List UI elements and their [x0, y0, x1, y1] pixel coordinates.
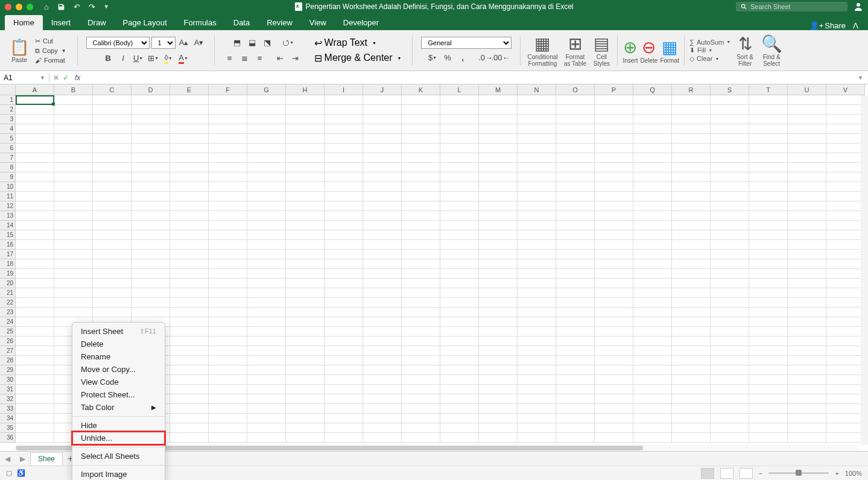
- cell[interactable]: [247, 317, 286, 327]
- cell[interactable]: [440, 404, 479, 414]
- cell[interactable]: [633, 375, 672, 385]
- cell[interactable]: [440, 144, 479, 153]
- cell[interactable]: [749, 105, 788, 115]
- cell[interactable]: [711, 240, 749, 250]
- row-header[interactable]: 16: [0, 240, 16, 250]
- cell[interactable]: [826, 385, 865, 394]
- cell[interactable]: [672, 163, 711, 172]
- cell[interactable]: [325, 115, 363, 124]
- cell[interactable]: [209, 172, 247, 182]
- row-header[interactable]: 3: [0, 115, 16, 124]
- cell[interactable]: [711, 394, 749, 404]
- cell[interactable]: [672, 308, 711, 317]
- cell[interactable]: [247, 163, 286, 172]
- cell[interactable]: [518, 201, 556, 211]
- cell[interactable]: [93, 144, 131, 153]
- cell[interactable]: [556, 105, 595, 115]
- cell[interactable]: [826, 308, 865, 317]
- cell[interactable]: [749, 115, 788, 124]
- row-header[interactable]: 6: [0, 144, 16, 153]
- row-header[interactable]: 30: [0, 375, 16, 385]
- wrap-text-button[interactable]: ↩Wrap Text▼: [312, 37, 379, 49]
- cell[interactable]: [363, 327, 402, 336]
- cell[interactable]: [16, 115, 54, 124]
- cell[interactable]: [54, 172, 93, 182]
- cell[interactable]: [286, 211, 325, 221]
- cell[interactable]: [54, 153, 93, 163]
- find-select-button[interactable]: 🔍 Find & Select: [759, 34, 784, 67]
- cell[interactable]: [93, 221, 131, 230]
- cell[interactable]: [131, 105, 170, 115]
- cell[interactable]: [826, 211, 865, 221]
- cell[interactable]: [479, 385, 518, 394]
- cell[interactable]: [440, 433, 479, 443]
- cell[interactable]: [479, 394, 518, 404]
- cell[interactable]: [247, 105, 286, 115]
- cell[interactable]: [479, 433, 518, 443]
- cell[interactable]: [54, 298, 93, 308]
- cell[interactable]: [247, 172, 286, 182]
- cell[interactable]: [479, 365, 518, 375]
- cell[interactable]: [518, 240, 556, 250]
- cell[interactable]: [595, 288, 633, 298]
- cell[interactable]: [209, 365, 247, 375]
- cell[interactable]: [247, 182, 286, 192]
- align-right-button[interactable]: ≡: [253, 52, 267, 65]
- cell[interactable]: [749, 230, 788, 240]
- cell[interactable]: [595, 124, 633, 134]
- row-header[interactable]: 15: [0, 230, 16, 240]
- cell[interactable]: [633, 221, 672, 230]
- cell[interactable]: [633, 414, 672, 423]
- cell[interactable]: [672, 404, 711, 414]
- cell[interactable]: [247, 134, 286, 144]
- cell[interactable]: [209, 308, 247, 317]
- cell[interactable]: [16, 356, 54, 365]
- cell[interactable]: [788, 346, 826, 356]
- cell[interactable]: [16, 240, 54, 250]
- cell[interactable]: [711, 211, 749, 221]
- cell[interactable]: [16, 221, 54, 230]
- decrease-decimal-button[interactable]: .00←: [494, 51, 507, 65]
- row-header[interactable]: 19: [0, 269, 16, 279]
- cell[interactable]: [440, 105, 479, 115]
- cell[interactable]: [518, 327, 556, 336]
- cell[interactable]: [518, 365, 556, 375]
- cell[interactable]: [518, 124, 556, 134]
- cell[interactable]: [788, 192, 826, 201]
- cell[interactable]: [672, 221, 711, 230]
- cell[interactable]: [826, 153, 865, 163]
- cell[interactable]: [595, 423, 633, 433]
- cell[interactable]: [209, 182, 247, 192]
- column-header[interactable]: F: [209, 84, 247, 95]
- cell[interactable]: [749, 172, 788, 182]
- cell[interactable]: [633, 298, 672, 308]
- column-header[interactable]: N: [518, 84, 556, 95]
- cell[interactable]: [556, 201, 595, 211]
- cell[interactable]: [247, 240, 286, 250]
- cell[interactable]: [595, 336, 633, 346]
- cell[interactable]: [325, 95, 363, 105]
- row-header[interactable]: 14: [0, 221, 16, 230]
- cell[interactable]: [518, 394, 556, 404]
- cell[interactable]: [131, 308, 170, 317]
- cell[interactable]: [556, 192, 595, 201]
- cell[interactable]: [440, 163, 479, 172]
- cell[interactable]: [402, 317, 440, 327]
- cell[interactable]: [170, 404, 209, 414]
- cell[interactable]: [556, 433, 595, 443]
- row-header[interactable]: 4: [0, 124, 16, 134]
- cell[interactable]: [595, 230, 633, 240]
- expand-formula-icon[interactable]: ▼: [853, 75, 868, 81]
- cell[interactable]: [633, 356, 672, 365]
- cell[interactable]: [556, 269, 595, 279]
- cell[interactable]: [711, 327, 749, 336]
- cell[interactable]: [402, 192, 440, 201]
- cell[interactable]: [54, 182, 93, 192]
- cell[interactable]: [325, 414, 363, 423]
- cell[interactable]: [749, 279, 788, 288]
- cell[interactable]: [826, 172, 865, 182]
- cell[interactable]: [286, 298, 325, 308]
- cell[interactable]: [93, 105, 131, 115]
- cell[interactable]: [209, 336, 247, 346]
- cell[interactable]: [672, 144, 711, 153]
